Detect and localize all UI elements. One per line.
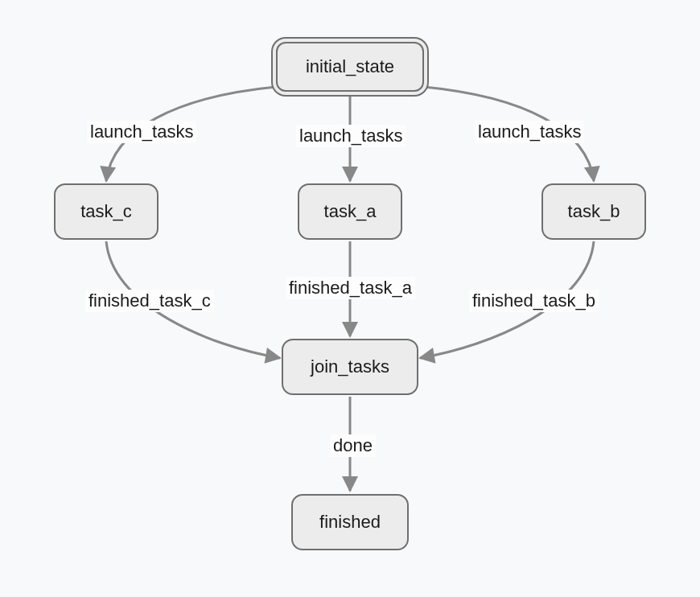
- node-label: finished: [319, 512, 381, 533]
- edge-label-task-c-to-join: finished_task_c: [85, 290, 214, 312]
- edge-label-join-to-finished: done: [330, 434, 376, 457]
- node-finished: finished: [291, 494, 409, 550]
- edge-label-task-b-to-join: finished_task_b: [469, 290, 599, 312]
- node-task-a: task_a: [298, 183, 402, 240]
- node-initial-state: initial_state: [276, 42, 424, 92]
- edge-label-initial-to-task-b: launch_tasks: [475, 121, 584, 143]
- edge-label-task-a-to-join: finished_task_a: [286, 277, 415, 299]
- state-diagram: initial_state task_c task_a task_b join_…: [0, 0, 700, 597]
- node-label: task_c: [80, 201, 132, 222]
- node-label: join_tasks: [311, 356, 389, 377]
- node-label: task_a: [324, 201, 377, 222]
- node-join-tasks: join_tasks: [282, 339, 418, 395]
- node-task-c: task_c: [54, 183, 159, 240]
- edge-label-initial-to-task-c: launch_tasks: [87, 121, 196, 143]
- node-label: initial_state: [306, 56, 394, 77]
- node-label: task_b: [568, 201, 620, 222]
- node-task-b: task_b: [541, 183, 646, 240]
- edge-label-initial-to-task-a: launch_tasks: [296, 125, 406, 147]
